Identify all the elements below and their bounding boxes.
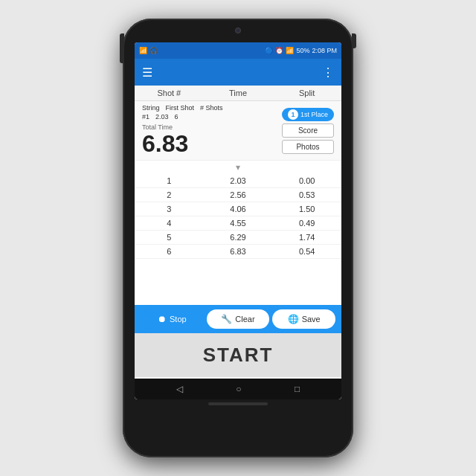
clear-button[interactable]: 🔧 Clear <box>207 309 270 329</box>
score-photos: Score Photos <box>282 123 334 154</box>
cell-time: 2.03 <box>204 176 273 185</box>
stop-icon: ⏺ <box>158 314 167 324</box>
info-right: 1 1st Place Score Photos <box>282 108 334 154</box>
screen: 📶 🎧 🔵 ⏰ 📶 50% 2:08 PM ☰ ⋮ Shot # Time Sp… <box>135 42 341 399</box>
cell-shot: 5 <box>135 233 204 242</box>
cell-time: 2.56 <box>204 190 273 199</box>
signal-icon: 📶 <box>139 47 147 54</box>
home-nav-button[interactable]: ○ <box>236 384 241 394</box>
cell-split: 0.00 <box>272 176 341 185</box>
phone-device: 📶 🎧 🔵 ⏰ 📶 50% 2:08 PM ☰ ⋮ Shot # Time Sp… <box>123 19 353 457</box>
table-row: 56.291.74 <box>135 231 341 245</box>
wrench-icon: 🔧 <box>221 314 232 324</box>
data-table: 12.030.0022.560.5334.061.5044.550.4956.2… <box>135 174 341 305</box>
column-headers: Shot # Time Split <box>135 86 341 101</box>
cell-split: 1.50 <box>272 205 341 213</box>
clear-label: Clear <box>235 315 254 324</box>
cell-shot: 1 <box>135 176 204 185</box>
menu-icon[interactable]: ☰ <box>142 65 152 80</box>
action-bar: ☰ ⋮ <box>135 59 341 86</box>
side-button-left <box>120 33 124 63</box>
status-right: 🔵 ⏰ 📶 50% 2:08 PM <box>265 47 337 54</box>
wifi-icon: 📶 <box>286 47 294 54</box>
total-time-value: 6.83 <box>142 131 282 157</box>
bottom-nav-bar: ◁ ○ □ <box>135 379 341 399</box>
cell-shot: 2 <box>135 190 204 199</box>
cell-split: 0.54 <box>272 247 341 256</box>
side-button-right <box>352 33 356 48</box>
alarm-icon: ⏰ <box>275 47 283 54</box>
cell-shot: 4 <box>135 219 204 228</box>
info-values: #1 2.03 6 <box>142 113 282 120</box>
photos-button[interactable]: Photos <box>282 140 334 154</box>
home-bar <box>208 402 268 405</box>
stop-button[interactable]: ⏺ Stop <box>141 309 204 329</box>
stop-label: Stop <box>170 315 187 324</box>
first-shot-value: 2.03 <box>155 113 169 120</box>
phone-bottom <box>129 402 347 405</box>
status-bar: 📶 🎧 🔵 ⏰ 📶 50% 2:08 PM <box>135 42 341 59</box>
place-number: 1 <box>288 109 298 120</box>
recent-nav-button[interactable]: □ <box>295 384 300 394</box>
battery-text: 50% <box>296 47 309 54</box>
cell-split: 0.53 <box>272 190 341 199</box>
shots-label: # Shots <box>200 104 223 112</box>
score-button[interactable]: Score <box>282 123 334 138</box>
table-row: 34.061.50 <box>135 202 341 216</box>
phone-top <box>129 28 347 36</box>
place-text: 1st Place <box>300 111 328 118</box>
cell-time: 4.06 <box>204 205 273 213</box>
cell-time: 6.29 <box>204 233 273 242</box>
cell-split: 0.49 <box>272 219 341 228</box>
chevron-row: ▾ <box>135 161 341 174</box>
bottom-actions: ⏺ Stop 🔧 Clear 🌐 Save <box>135 305 341 333</box>
save-label: Save <box>302 315 321 324</box>
table-row: 22.560.53 <box>135 188 341 202</box>
first-shot-label: First Shot <box>166 104 195 112</box>
more-options-icon[interactable]: ⋮ <box>322 65 334 80</box>
info-string: String First Shot # Shots <box>142 104 282 112</box>
cell-shot: 3 <box>135 205 204 213</box>
string-label: String <box>142 104 160 112</box>
time-text: 2:08 PM <box>312 47 337 54</box>
cell-time: 6.83 <box>204 247 273 256</box>
cell-split: 1.74 <box>272 233 341 242</box>
start-button[interactable]: START <box>135 333 341 377</box>
camera <box>235 28 241 33</box>
chevron-down-icon[interactable]: ▾ <box>236 162 240 173</box>
bluetooth-icon: 🔵 <box>265 47 273 54</box>
place-badge: 1 1st Place <box>282 108 334 121</box>
cell-time: 4.55 <box>204 219 273 228</box>
table-row: 66.830.54 <box>135 245 341 259</box>
status-left: 📶 🎧 <box>139 47 158 54</box>
shots-value: 6 <box>175 113 178 120</box>
cell-shot: 6 <box>135 247 204 256</box>
globe-icon: 🌐 <box>288 314 299 324</box>
headphone-icon: 🎧 <box>149 47 158 54</box>
split-col-header: Split <box>272 89 341 97</box>
info-left: String First Shot # Shots #1 2.03 6 Tota… <box>142 104 282 157</box>
shot-col-header: Shot # <box>135 89 204 97</box>
table-row: 44.550.49 <box>135 216 341 231</box>
table-row: 12.030.00 <box>135 174 341 188</box>
save-button[interactable]: 🌐 Save <box>272 309 335 329</box>
string-value: #1 <box>142 113 149 120</box>
back-nav-button[interactable]: ◁ <box>176 384 183 394</box>
info-row: String First Shot # Shots #1 2.03 6 Tota… <box>135 101 341 161</box>
time-col-header: Time <box>204 89 273 97</box>
